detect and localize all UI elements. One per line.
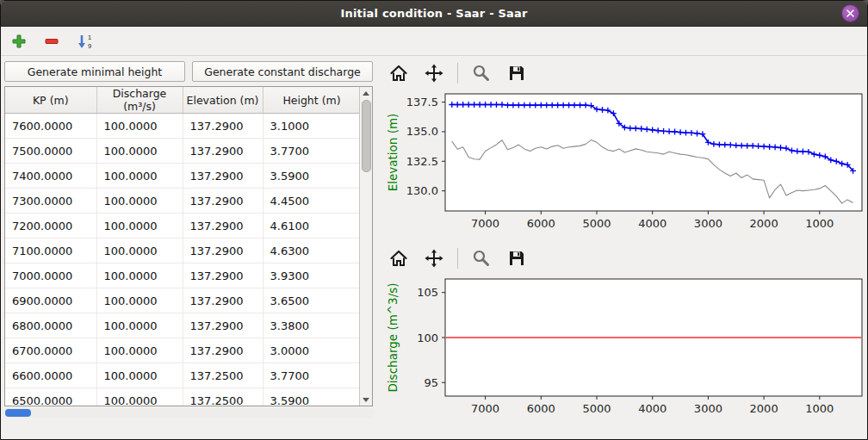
- table-cell[interactable]: 4.4500: [263, 189, 359, 214]
- table-cell[interactable]: 7500.0000: [5, 139, 96, 164]
- x-tick-label: 6000: [527, 402, 555, 415]
- table-cell[interactable]: 137.2900: [183, 164, 263, 189]
- titlebar[interactable]: Initial condition - Saar - Saar: [1, 1, 867, 27]
- save-button[interactable]: [505, 246, 529, 270]
- column-header[interactable]: Height (m): [263, 87, 359, 114]
- discharge-chart-toolbar: [380, 245, 867, 272]
- home-button[interactable]: [387, 246, 411, 270]
- table-cell[interactable]: 100.0000: [96, 214, 183, 239]
- vertical-scrollbar[interactable]: [359, 87, 372, 406]
- table-cell[interactable]: 6900.0000: [5, 288, 96, 313]
- main-toolbar: 1 9: [1, 27, 867, 56]
- table-cell[interactable]: 100.0000: [96, 189, 183, 214]
- pan-button[interactable]: [422, 246, 446, 270]
- y-tick-label: 137.5: [406, 96, 438, 108]
- table-cell[interactable]: 100.0000: [96, 313, 183, 338]
- x-tick-label: 4000: [638, 217, 666, 230]
- close-button[interactable]: [841, 4, 859, 22]
- discharge-chart-block: 700060005000400030002000100010510095Disc…: [380, 245, 867, 425]
- x-tick-label: 6000: [527, 217, 555, 230]
- table-cell[interactable]: 4.6300: [263, 239, 359, 263]
- table-cell[interactable]: 6600.0000: [5, 363, 96, 388]
- table-cell[interactable]: 3.7700: [263, 139, 359, 164]
- table-cell[interactable]: 7400.0000: [5, 164, 96, 189]
- table-cell[interactable]: 100.0000: [96, 263, 183, 288]
- table-cell[interactable]: 137.2900: [183, 139, 263, 164]
- column-header[interactable]: KP (m): [5, 87, 96, 114]
- table-cell[interactable]: 137.2900: [183, 263, 263, 288]
- zoom-icon: [472, 249, 491, 268]
- zoom-button[interactable]: [469, 61, 493, 85]
- table-cell[interactable]: 137.2500: [183, 388, 263, 406]
- triangle-down-icon: [363, 398, 369, 402]
- table-cell[interactable]: 100.0000: [96, 114, 183, 139]
- add-icon: [11, 34, 27, 49]
- remove-row-button[interactable]: [42, 32, 61, 51]
- table-row: 7400.0000100.0000137.29003.5900: [5, 164, 359, 189]
- pan-button[interactable]: [422, 61, 446, 85]
- discharge-plot[interactable]: 700060005000400030002000100010510095Disc…: [380, 272, 867, 425]
- column-header[interactable]: Discharge (m³/s): [96, 87, 183, 114]
- sort-button[interactable]: 1 9: [75, 31, 96, 52]
- table-cell[interactable]: 100.0000: [96, 164, 183, 189]
- pan-icon: [425, 64, 443, 83]
- table-cell[interactable]: 3.6500: [263, 288, 359, 313]
- table-cell[interactable]: 3.1000: [263, 114, 359, 139]
- y-axis-label: Discharge (m^3/s): [386, 282, 400, 392]
- y-tick-label: 135.0: [406, 125, 438, 138]
- vertical-scrollbar-thumb[interactable]: [362, 100, 371, 172]
- right-panel: 7000600050004000300020001000137.5135.013…: [375, 56, 868, 439]
- table-cell[interactable]: 137.2900: [183, 313, 263, 338]
- table-cell[interactable]: 137.2900: [183, 239, 263, 263]
- table-cell[interactable]: 6500.0000: [5, 388, 96, 406]
- table-cell[interactable]: 7200.0000: [5, 214, 96, 239]
- table-cell[interactable]: 137.2900: [183, 338, 263, 363]
- table-cell[interactable]: 7300.0000: [5, 189, 96, 214]
- add-row-button[interactable]: [9, 32, 28, 51]
- x-tick-label: 5000: [582, 217, 611, 230]
- x-tick-label: 3000: [694, 402, 722, 415]
- table-row: 7600.0000100.0000137.29003.1000: [5, 114, 359, 139]
- table-cell[interactable]: 100.0000: [96, 239, 183, 263]
- table-row: 6700.0000100.0000137.29003.0000: [5, 338, 359, 363]
- column-header[interactable]: Elevation (m): [183, 87, 263, 114]
- table-cell[interactable]: 137.2900: [183, 288, 263, 313]
- table-cell[interactable]: 3.9300: [263, 263, 359, 288]
- table-cell[interactable]: 6800.0000: [5, 313, 96, 338]
- table-cell[interactable]: 3.7700: [263, 363, 359, 388]
- scroll-down-button[interactable]: [360, 394, 372, 406]
- home-button[interactable]: [387, 61, 411, 85]
- table-cell[interactable]: 7100.0000: [5, 239, 96, 263]
- horizontal-scrollbar-thumb[interactable]: [5, 409, 31, 417]
- table-cell[interactable]: 3.5900: [263, 388, 359, 406]
- zoom-button[interactable]: [469, 246, 493, 270]
- table-cell[interactable]: 100.0000: [96, 288, 183, 313]
- scroll-up-button[interactable]: [360, 87, 372, 99]
- horizontal-scrollbar[interactable]: [4, 408, 375, 418]
- table-cell[interactable]: 100.0000: [96, 139, 183, 164]
- table-cell[interactable]: 137.2900: [183, 214, 263, 239]
- save-icon: [507, 249, 526, 268]
- table-cell[interactable]: 3.5900: [263, 164, 359, 189]
- table-cell[interactable]: 6700.0000: [5, 338, 96, 363]
- x-tick-label: 3000: [694, 217, 722, 230]
- table-cell[interactable]: 137.2500: [183, 363, 263, 388]
- elevation-plot[interactable]: 7000600050004000300020001000137.5135.013…: [380, 87, 867, 240]
- generate-constant-discharge-button[interactable]: Generate constant discharge: [192, 61, 373, 82]
- table-cell[interactable]: 100.0000: [96, 338, 183, 363]
- x-tick-label: 4000: [638, 402, 666, 415]
- table-cell[interactable]: 4.6100: [263, 214, 359, 239]
- table-row: 7200.0000100.0000137.29004.6100: [5, 214, 359, 239]
- table-cell[interactable]: 100.0000: [96, 388, 183, 406]
- table-cell[interactable]: 3.3800: [263, 313, 359, 338]
- table-cell[interactable]: 7000.0000: [5, 263, 96, 288]
- table-cell[interactable]: 100.0000: [96, 363, 183, 388]
- table-cell[interactable]: 3.0000: [263, 338, 359, 363]
- table-row: 6800.0000100.0000137.29003.3800: [5, 313, 359, 338]
- generate-minimal-height-button[interactable]: Generate minimal height: [4, 61, 185, 82]
- table-cell[interactable]: 137.2900: [183, 189, 263, 214]
- table-cell[interactable]: 137.2900: [183, 114, 263, 139]
- table-cell[interactable]: 7600.0000: [5, 114, 96, 139]
- table-row: 6500.0000100.0000137.25003.5900: [5, 388, 359, 406]
- save-button[interactable]: [505, 61, 529, 85]
